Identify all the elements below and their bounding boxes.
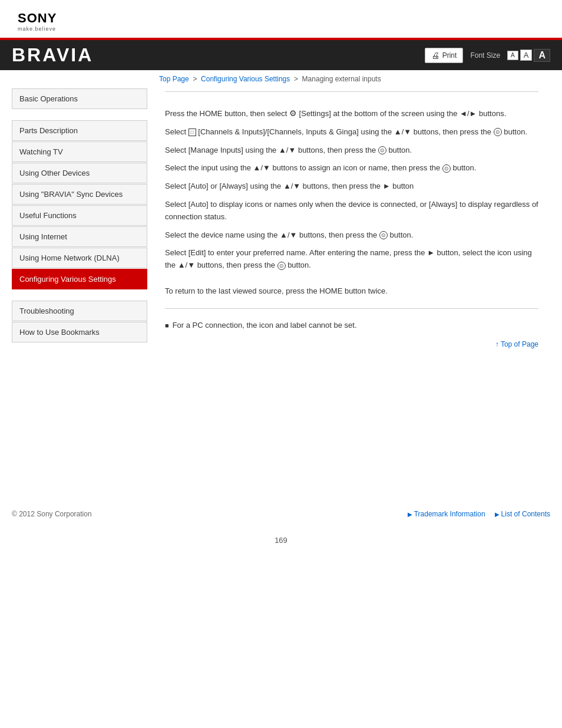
main-layout: Basic Operations Parts Description Watch… <box>0 85 562 498</box>
sidebar-item-configuring-settings[interactable]: Configuring Various Settings <box>12 269 147 289</box>
breadcrumb: Top Page > Configuring Various Settings … <box>0 70 562 85</box>
note-bullet-icon: ■ <box>165 322 169 329</box>
up-arrow-icon: ↑ <box>495 340 499 348</box>
step-8: Select [Edit] to enter your preferred na… <box>165 244 538 275</box>
sidebar-item-using-other-devices[interactable]: Using Other Devices <box>12 163 147 183</box>
top-divider <box>165 91 538 92</box>
logo-area: SONY make.believe <box>0 0 562 38</box>
breadcrumb-top-link[interactable]: Top Page <box>159 75 189 83</box>
font-small-button[interactable]: A <box>507 51 518 60</box>
sony-logo: SONY <box>18 11 544 26</box>
note-section: ■ For a PC connection, the icon and labe… <box>165 315 538 335</box>
step-6: Select [Auto] to display icons or names … <box>165 196 538 226</box>
sidebar-item-troubleshooting[interactable]: Troubleshooting <box>12 301 147 321</box>
sidebar-item-useful-functions[interactable]: Useful Functions <box>12 205 147 226</box>
sidebar-item-using-internet[interactable]: Using Internet <box>12 226 147 247</box>
main-content: Press the HOME button, then select ⚙ [Se… <box>147 85 550 498</box>
sidebar-item-basic-operations[interactable]: Basic Operations <box>12 88 147 109</box>
sidebar-item-bravia-sync[interactable]: Using "BRAVIA" Sync Devices <box>12 184 147 205</box>
font-large-button[interactable]: A <box>534 49 550 62</box>
sidebar-item-parts-description[interactable]: Parts Description <box>12 120 147 141</box>
steps-section: Press the HOME button, then select ⚙ [Se… <box>165 98 538 281</box>
trademark-link[interactable]: Trademark Information <box>408 510 485 518</box>
sidebar-item-home-network[interactable]: Using Home Network (DLNA) <box>12 248 147 268</box>
font-size-label: Font Size <box>470 51 500 60</box>
note-item: ■ For a PC connection, the icon and labe… <box>165 321 538 330</box>
breadcrumb-section-link[interactable]: Configuring Various Settings <box>201 75 290 83</box>
list-of-contents-link[interactable]: List of Contents <box>495 510 550 518</box>
return-text: To return to the last viewed source, pre… <box>165 281 538 302</box>
font-size-controls: A A A <box>507 49 550 62</box>
step-2: Select □ [Channels & Inputs]/[Channels, … <box>165 123 538 141</box>
step-1: Press the HOME button, then select ⚙ [Se… <box>165 104 538 123</box>
top-of-page-label: Top of Page <box>501 340 538 348</box>
banner-controls: 🖨 Print Font Size A A A <box>425 48 550 63</box>
sony-tagline: make.believe <box>18 26 544 32</box>
step-4: Select the input using the ▲/▼ buttons t… <box>165 159 538 177</box>
sidebar: Basic Operations Parts Description Watch… <box>12 85 147 498</box>
top-of-page-link-area: ↑ Top of Page <box>165 335 538 353</box>
sidebar-item-bookmarks[interactable]: How to Use Bookmarks <box>12 322 147 342</box>
page-number: 169 <box>0 524 562 551</box>
sidebar-item-watching-tv[interactable]: Watching TV <box>12 141 147 162</box>
print-label: Print <box>442 51 457 60</box>
bravia-title: BRAVIA <box>12 44 93 66</box>
step-7: Select the device name using the ▲/▼ but… <box>165 226 538 245</box>
middle-divider <box>165 308 538 309</box>
top-of-page-link[interactable]: ↑ Top of Page <box>495 340 538 348</box>
footer-links: Trademark Information List of Contents <box>408 510 550 518</box>
breadcrumb-current: Managing external inputs <box>302 75 381 83</box>
footer: © 2012 Sony Corporation Trademark Inform… <box>0 504 562 524</box>
font-medium-button[interactable]: A <box>520 50 533 61</box>
banner: BRAVIA 🖨 Print Font Size A A A <box>0 38 562 70</box>
copyright-text: © 2012 Sony Corporation <box>12 510 92 518</box>
note-text: For a PC connection, the icon and label … <box>173 321 357 330</box>
print-icon: 🖨 <box>431 51 439 60</box>
step-5: Select [Auto] or [Always] using the ▲/▼ … <box>165 177 538 196</box>
step-3: Select [Manage Inputs] using the ▲/▼ but… <box>165 141 538 160</box>
print-button[interactable]: 🖨 Print <box>425 48 464 63</box>
